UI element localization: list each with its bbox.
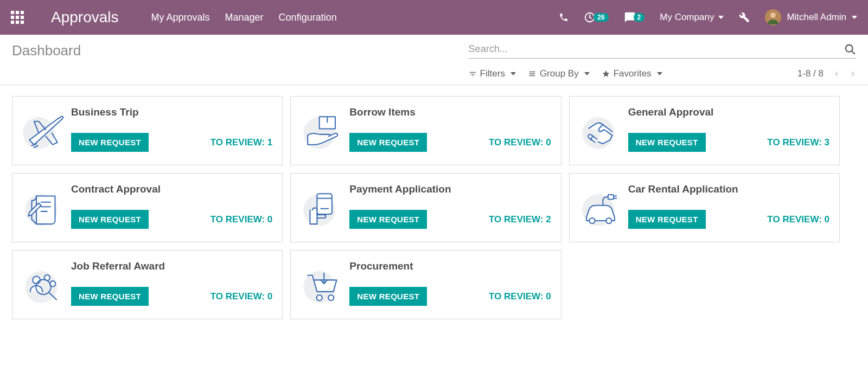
to-review-link[interactable]: TO REVIEW: 1 <box>210 137 273 148</box>
company-name: My Company <box>660 12 714 23</box>
to-review-count: 0 <box>267 214 272 225</box>
to-review-count: 0 <box>825 214 829 225</box>
favorites-label: Favorites <box>614 68 652 79</box>
svg-point-31 <box>317 295 322 300</box>
to-review-prefix: TO REVIEW: <box>767 137 824 147</box>
credit-card-hand-icon <box>297 183 346 232</box>
search-bar <box>469 42 856 59</box>
apps-grid-icon[interactable] <box>11 11 24 24</box>
to-review-count: 1 <box>267 137 272 147</box>
to-review-prefix: TO REVIEW: <box>210 214 267 225</box>
chevron-down-icon <box>718 16 724 19</box>
card-title: Car Rental Application <box>628 183 829 195</box>
to-review-count: 2 <box>546 214 551 225</box>
car-plug-icon <box>576 183 625 232</box>
svg-point-19 <box>589 218 595 223</box>
card-job-referral: Job Referral Award NEW REQUEST TO REVIEW… <box>12 250 283 319</box>
card-title: Payment Application <box>349 183 551 195</box>
card-title: General Approval <box>628 106 829 118</box>
filter-row: Filters Group By Favorites 1-8 / 8 <box>469 68 856 79</box>
card-business-trip: Business Trip NEW REQUEST TO REVIEW: 1 <box>12 96 283 165</box>
to-review-link[interactable]: TO REVIEW: 0 <box>210 214 273 225</box>
favorites-button[interactable]: Favorites <box>602 68 662 79</box>
to-review-link[interactable]: TO REVIEW: 0 <box>767 214 829 225</box>
svg-rect-21 <box>608 195 613 200</box>
new-request-button[interactable]: NEW REQUEST <box>349 210 427 229</box>
pager-range[interactable]: 1-8 / 8 <box>797 68 824 79</box>
to-review-prefix: TO REVIEW: <box>210 291 267 302</box>
pager-prev-icon[interactable] <box>833 69 840 79</box>
chevron-down-icon <box>584 72 590 75</box>
card-title: Procurement <box>349 260 551 272</box>
page-title: Dashboard <box>12 42 81 59</box>
filters-button[interactable]: Filters <box>469 68 516 79</box>
nav-menu: My Approvals Manager Configuration <box>151 12 337 23</box>
search-input[interactable] <box>469 42 844 56</box>
activity-badge: 26 <box>593 13 608 22</box>
card-title: Borrow Items <box>349 106 551 118</box>
svg-point-2 <box>770 12 776 18</box>
messages-badge: 2 <box>634 13 645 22</box>
to-review-prefix: TO REVIEW: <box>489 214 546 225</box>
nav-my-approvals[interactable]: My Approvals <box>151 12 210 23</box>
messages-icon[interactable]: 2 <box>624 11 645 23</box>
card-general-approval: General Approval NEW REQUEST TO REVIEW: … <box>569 96 840 165</box>
card-title: Business Trip <box>71 106 272 118</box>
to-review-count: 0 <box>267 291 272 302</box>
airplane-icon <box>19 106 68 155</box>
phone-icon[interactable] <box>559 12 569 22</box>
new-request-button[interactable]: NEW REQUEST <box>628 210 706 229</box>
new-request-button[interactable]: NEW REQUEST <box>349 287 427 306</box>
svg-point-20 <box>606 218 611 223</box>
to-review-count: 3 <box>825 137 829 147</box>
new-request-button[interactable]: NEW REQUEST <box>349 133 427 152</box>
top-navbar: Approvals My Approvals Manager Configura… <box>0 0 868 35</box>
cards-grid: Business Trip NEW REQUEST TO REVIEW: 1 B… <box>0 85 852 330</box>
chevron-down-icon <box>852 16 857 19</box>
to-review-link[interactable]: TO REVIEW: 2 <box>489 214 551 225</box>
to-review-link[interactable]: TO REVIEW: 0 <box>210 291 273 302</box>
shopping-cart-icon <box>297 260 346 309</box>
svg-point-32 <box>328 295 334 300</box>
card-borrow-items: Borrow Items NEW REQUEST TO REVIEW: 0 <box>290 96 561 165</box>
card-contract-approval: Contract Approval NEW REQUEST TO REVIEW:… <box>12 173 283 242</box>
to-review-prefix: TO REVIEW: <box>767 214 824 225</box>
new-request-button[interactable]: NEW REQUEST <box>71 210 149 229</box>
handshake-icon <box>576 106 625 155</box>
svg-line-4 <box>852 50 855 54</box>
filters-label: Filters <box>480 68 505 79</box>
nav-configuration[interactable]: Configuration <box>279 12 337 23</box>
user-name: Mitchell Admin <box>787 12 846 23</box>
chevron-down-icon <box>510 72 516 75</box>
card-procurement: Procurement NEW REQUEST TO REVIEW: 0 <box>290 250 561 319</box>
nav-manager[interactable]: Manager <box>225 12 264 23</box>
activity-icon[interactable]: 26 <box>584 11 608 23</box>
card-car-rental: Car Rental Application NEW REQUEST TO RE… <box>569 173 840 242</box>
svg-point-25 <box>33 277 40 284</box>
to-review-link[interactable]: TO REVIEW: 3 <box>767 137 829 148</box>
card-title: Contract Approval <box>71 183 272 195</box>
new-request-button[interactable]: NEW REQUEST <box>71 133 149 152</box>
to-review-prefix: TO REVIEW: <box>489 137 546 147</box>
to-review-count: 0 <box>546 291 551 302</box>
to-review-link[interactable]: TO REVIEW: 0 <box>489 137 551 148</box>
search-icon[interactable] <box>844 43 856 55</box>
to-review-count: 0 <box>546 137 551 147</box>
new-request-button[interactable]: NEW REQUEST <box>71 287 149 306</box>
control-panel: Dashboard Filters Group By Favorites <box>0 35 868 79</box>
hand-box-icon <box>297 106 346 155</box>
pager: 1-8 / 8 <box>797 68 856 79</box>
new-request-button[interactable]: NEW REQUEST <box>628 133 706 152</box>
groupby-button[interactable]: Group By <box>528 68 590 79</box>
avatar <box>765 9 781 25</box>
to-review-link[interactable]: TO REVIEW: 0 <box>489 291 551 302</box>
groupby-label: Group By <box>540 68 579 79</box>
user-menu[interactable]: Mitchell Admin <box>765 9 857 25</box>
card-title: Job Referral Award <box>71 260 272 272</box>
app-title[interactable]: Approvals <box>51 9 119 26</box>
debug-icon[interactable] <box>739 12 750 23</box>
pager-next-icon[interactable] <box>850 69 856 79</box>
chevron-down-icon <box>657 72 662 75</box>
contract-sign-icon <box>19 183 68 232</box>
company-selector[interactable]: My Company <box>660 12 724 23</box>
